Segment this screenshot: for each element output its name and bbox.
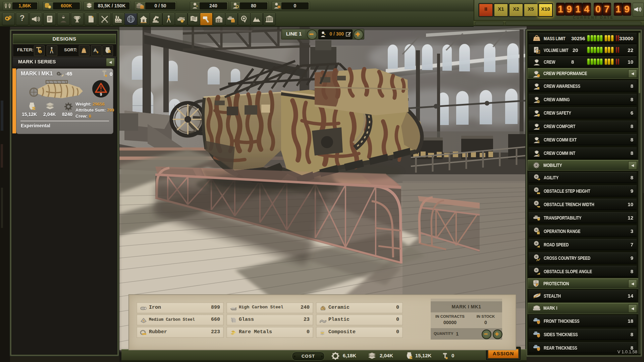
svg-text:?: ?: [538, 51, 539, 53]
svg-text:i: i: [40, 50, 41, 54]
svg-text:A: A: [94, 47, 97, 53]
svg-text:KG: KG: [535, 38, 538, 40]
